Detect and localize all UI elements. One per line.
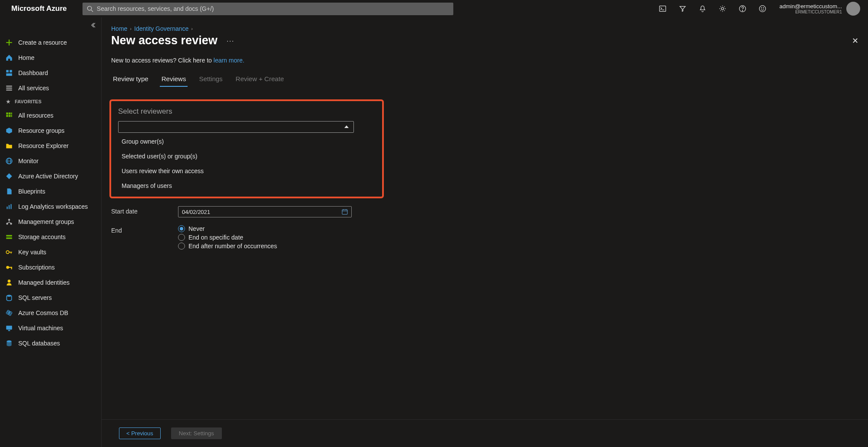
doc-icon xyxy=(5,187,13,195)
sidebar-item-monitor[interactable]: Monitor xyxy=(0,153,101,168)
identity-icon xyxy=(5,279,13,286)
svg-rect-33 xyxy=(6,235,12,236)
radio-label: End after number of occurrences xyxy=(188,243,277,250)
feedback-icon[interactable] xyxy=(753,0,772,17)
svg-point-8 xyxy=(761,8,762,8)
svg-point-0 xyxy=(87,6,91,10)
directory-filter-icon[interactable] xyxy=(673,0,692,17)
sidebar-item-home[interactable]: Home xyxy=(0,50,101,65)
breadcrumb-home[interactable]: Home xyxy=(111,25,127,32)
select-reviewers-section: Select reviewers Group owner(s)Selected … xyxy=(109,99,384,198)
sidebar-item-create-a-resource[interactable]: Create a resource xyxy=(0,35,101,50)
help-icon[interactable] xyxy=(733,0,752,17)
notifications-icon[interactable] xyxy=(693,0,712,17)
breadcrumb-identity-governance[interactable]: Identity Governance xyxy=(134,25,188,32)
svg-line-1 xyxy=(91,10,93,11)
key-icon xyxy=(5,248,13,256)
reviewers-option-managers-of-users[interactable]: Managers of users xyxy=(118,178,375,193)
sidebar-item-azure-cosmos-db[interactable]: Azure Cosmos DB xyxy=(0,305,101,320)
sidebar-item-sql-databases[interactable]: SQL databases xyxy=(0,335,101,351)
sqldb-icon xyxy=(5,339,13,347)
svg-point-7 xyxy=(759,6,766,12)
dashboard-icon xyxy=(5,69,13,77)
sidebar-item-label: Monitor xyxy=(18,158,39,164)
sidebar-item-storage-accounts[interactable]: Storage accounts xyxy=(0,229,101,244)
sidebar-item-all-resources[interactable]: All resources xyxy=(0,108,101,123)
global-search-input[interactable] xyxy=(97,5,449,12)
tab-reviews[interactable]: Reviews xyxy=(160,72,188,87)
end-option-never[interactable]: Never xyxy=(178,225,352,232)
svg-rect-27 xyxy=(7,207,7,209)
svg-rect-12 xyxy=(6,70,9,72)
star-icon: ★ xyxy=(6,99,10,105)
svg-point-30 xyxy=(8,219,10,221)
account-block[interactable]: admin@ermeticcustom... ERMETICCUSTOMER1 xyxy=(772,2,865,16)
settings-icon[interactable] xyxy=(713,0,732,17)
sidebar-item-key-vaults[interactable]: Key vaults xyxy=(0,244,101,260)
learn-more-link[interactable]: learn more. xyxy=(214,57,244,64)
start-date-value: 04/02/2021 xyxy=(182,209,210,215)
global-search[interactable] xyxy=(83,3,453,15)
radio-icon xyxy=(178,243,185,250)
svg-rect-23 xyxy=(11,115,12,117)
svg-rect-21 xyxy=(6,115,8,117)
svg-rect-20 xyxy=(11,112,12,115)
grid-icon xyxy=(5,112,13,119)
sidebar-item-resource-explorer[interactable]: Resource Explorer xyxy=(0,138,101,153)
sql-icon xyxy=(5,294,13,302)
svg-point-41 xyxy=(8,279,11,283)
sidebar-item-sql-servers[interactable]: SQL servers xyxy=(0,290,101,305)
calendar-icon xyxy=(342,209,348,215)
reviewers-dropdown-list: Group owner(s)Selected user(s) or group(… xyxy=(118,134,375,193)
main-content: Home › Identity Governance › New access … xyxy=(102,17,868,447)
collapse-sidebar-button[interactable] xyxy=(90,22,97,30)
top-bar: Microsoft Azure admin@ermeticcustom... E… xyxy=(0,0,868,17)
sidebar-item-label: Resource groups xyxy=(18,127,65,134)
start-date-label: Start date xyxy=(111,206,178,215)
cloud-shell-icon[interactable] xyxy=(653,0,672,17)
sidebar-item-azure-active-directory[interactable]: Azure Active Directory xyxy=(0,168,101,184)
globe-icon xyxy=(5,157,13,165)
sidebar-item-label: Azure Cosmos DB xyxy=(18,309,68,316)
sidebar-item-management-groups[interactable]: Management groups xyxy=(0,214,101,229)
svg-point-43 xyxy=(8,312,10,314)
sidebar-item-virtual-machines[interactable]: Virtual machines xyxy=(0,320,101,335)
avatar[interactable] xyxy=(846,2,860,16)
radio-icon xyxy=(178,234,185,241)
cube-icon xyxy=(5,127,13,135)
sidebar-item-label: Key vaults xyxy=(18,249,46,256)
reviewers-option-selected-user-s-or-group-s-[interactable]: Selected user(s) or group(s) xyxy=(118,149,375,164)
sidebar-item-all-services[interactable]: All services xyxy=(0,80,101,95)
favorites-header: ★ FAVORITES xyxy=(0,95,101,108)
more-menu-icon[interactable]: ⋯ xyxy=(226,36,234,46)
reviewers-dropdown[interactable] xyxy=(118,121,354,133)
sidebar-item-managed-identities[interactable]: Managed Identities xyxy=(0,275,101,290)
wizard-footer: < Previous Next: Settings xyxy=(102,419,868,447)
radio-icon xyxy=(178,225,185,232)
sidebar-item-label: Storage accounts xyxy=(18,233,66,240)
end-label: End xyxy=(111,225,178,234)
reviewers-option-users-review-their-own-access[interactable]: Users review their own access xyxy=(118,164,375,178)
account-tenant: ERMETICCUSTOMER1 xyxy=(779,10,842,14)
cosmos-icon xyxy=(5,309,13,317)
previous-button[interactable]: < Previous xyxy=(119,427,161,439)
end-option-end-on-specific-date[interactable]: End on specific date xyxy=(178,234,352,241)
sidebar-item-label: SQL databases xyxy=(18,340,60,347)
sidebar-item-log-analytics-workspaces[interactable]: Log Analytics workspaces xyxy=(0,199,101,214)
reviewers-dropdown-input[interactable] xyxy=(118,121,354,133)
sidebar-item-subscriptions[interactable]: Subscriptions xyxy=(0,260,101,275)
sidebar-item-blueprints[interactable]: Blueprints xyxy=(0,184,101,199)
analytics-icon xyxy=(5,203,13,210)
close-blade-button[interactable]: ✕ xyxy=(852,36,858,46)
sidebar-item-resource-groups[interactable]: Resource groups xyxy=(0,123,101,138)
next-button[interactable]: Next: Settings xyxy=(171,427,222,439)
tab-review-type[interactable]: Review type xyxy=(111,72,150,87)
sidebar-item-label: Blueprints xyxy=(18,188,45,195)
end-option-end-after-number-of-occurrences[interactable]: End after number of occurrences xyxy=(178,243,352,250)
start-date-input[interactable]: 04/02/2021 xyxy=(178,206,352,217)
tab-review-create[interactable]: Review + Create xyxy=(234,72,286,87)
tab-settings[interactable]: Settings xyxy=(197,72,224,87)
sidebar-item-dashboard[interactable]: Dashboard xyxy=(0,65,101,80)
sidebar-item-label: Virtual machines xyxy=(18,325,63,332)
reviewers-option-group-owner-s-[interactable]: Group owner(s) xyxy=(118,134,375,149)
